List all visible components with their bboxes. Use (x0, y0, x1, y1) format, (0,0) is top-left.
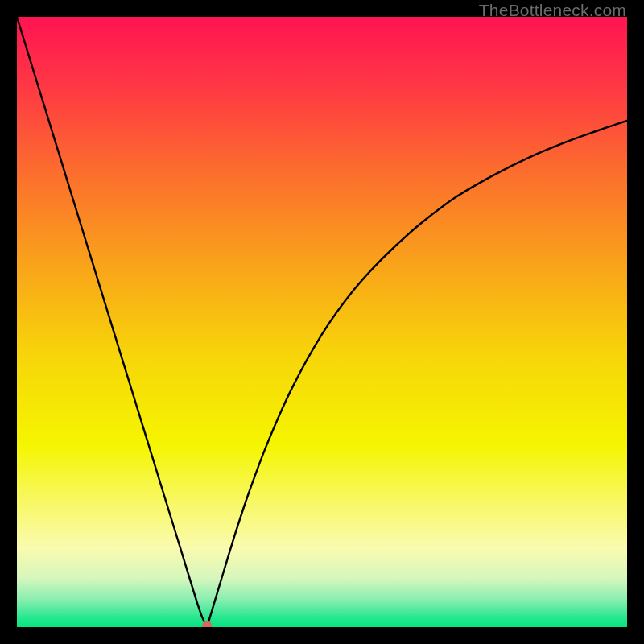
chart-background (17, 17, 627, 627)
bottleneck-chart (17, 17, 627, 627)
watermark-text: TheBottleneck.com (479, 1, 626, 20)
chart-frame (17, 17, 627, 627)
